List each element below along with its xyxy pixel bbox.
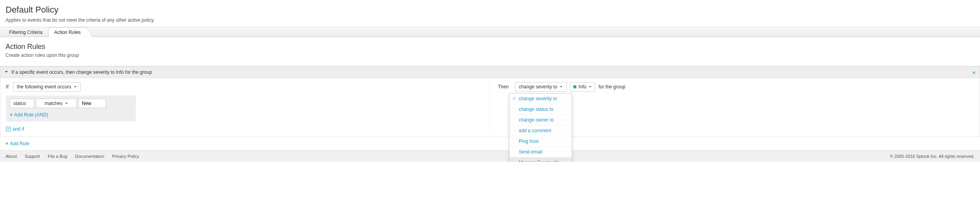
add-rule-label: Add Rule — [10, 141, 29, 146]
action-dropdown-item[interactable]: Send email — [509, 147, 572, 157]
then-value-dropdown[interactable]: Info — [570, 82, 595, 92]
then-value-label: Info — [578, 84, 586, 90]
footer-link[interactable]: File a Bug — [48, 154, 67, 159]
condition-value-input[interactable] — [82, 101, 102, 106]
footer-link[interactable]: Privacy Policy — [112, 154, 139, 159]
caret-down-icon — [589, 84, 592, 90]
if-condition-dropdown-label: the following event occurs — [17, 84, 71, 90]
condition-operator-dropdown[interactable]: matches — [36, 99, 77, 108]
rule-summary: If a specific event occurs, then change … — [11, 69, 152, 75]
plus-circle-icon: + — [6, 127, 11, 131]
close-icon[interactable]: × — [972, 69, 976, 76]
severity-color-icon — [573, 85, 576, 88]
footer-link[interactable]: Documentation — [75, 154, 104, 159]
then-label: Then — [498, 84, 509, 90]
then-action-dropdown[interactable]: change severity to — [515, 82, 567, 92]
action-dropdown-item[interactable]: Manage Event with OpsGenie — [509, 157, 572, 162]
and-if-label: and if — [13, 126, 24, 132]
for-group-label: for the group — [598, 84, 625, 90]
tab-filtering-criteria[interactable]: Filtering Criteria — [3, 27, 48, 37]
action-dropdown-item[interactable]: change owner to — [509, 115, 572, 125]
condition-box: status matches + Add Rule (AND) — [6, 95, 136, 122]
condition-operator-label: matches — [44, 101, 62, 106]
add-rule-and-button[interactable]: + Add Rule (AND) — [10, 112, 48, 118]
action-dropdown-item[interactable]: change status to — [509, 104, 572, 115]
rule-header[interactable]: If a specific event occurs, then change … — [0, 66, 980, 78]
page-description: Applies to events that do not meet the c… — [6, 17, 974, 23]
action-dropdown-menu: change severity tochange status tochange… — [509, 93, 572, 162]
condition-value-input-wrapper — [78, 99, 106, 108]
section-description: Create action rules upon this group — [6, 52, 974, 58]
tab-action-rules[interactable]: Action Rules — [48, 27, 87, 37]
footer: AboutSupportFile a BugDocumentationPriva… — [0, 150, 980, 162]
page-title: Default Policy — [6, 5, 974, 15]
footer-link[interactable]: About — [6, 154, 17, 159]
footer-link[interactable]: Support — [25, 154, 40, 159]
action-dropdown-item[interactable]: add a comment — [509, 125, 572, 136]
action-dropdown-item[interactable]: Ping host — [509, 136, 572, 147]
add-rule-button[interactable]: + Add Rule — [6, 141, 29, 146]
plus-icon: + — [10, 112, 13, 118]
footer-copyright: © 2005-2018 Splunk Inc. All rights reser… — [890, 154, 974, 159]
plus-icon: + — [6, 141, 8, 146]
action-dropdown-item[interactable]: change severity to — [509, 94, 572, 104]
chevron-down-icon — [4, 69, 8, 75]
caret-down-icon — [65, 101, 68, 106]
if-label: If — [6, 84, 9, 90]
then-action-label: change severity to — [519, 84, 557, 90]
tabs-bar: Filtering Criteria Action Rules — [0, 27, 980, 37]
and-if-button[interactable]: + and if — [6, 126, 24, 132]
add-rule-and-label: Add Rule (AND) — [14, 112, 48, 118]
condition-field[interactable]: status — [10, 99, 34, 108]
section-title: Action Rules — [6, 43, 974, 51]
caret-down-icon — [74, 84, 77, 90]
caret-down-icon — [559, 84, 563, 90]
footer-links: AboutSupportFile a BugDocumentationPriva… — [6, 154, 139, 159]
if-condition-dropdown[interactable]: the following event occurs — [13, 82, 81, 92]
